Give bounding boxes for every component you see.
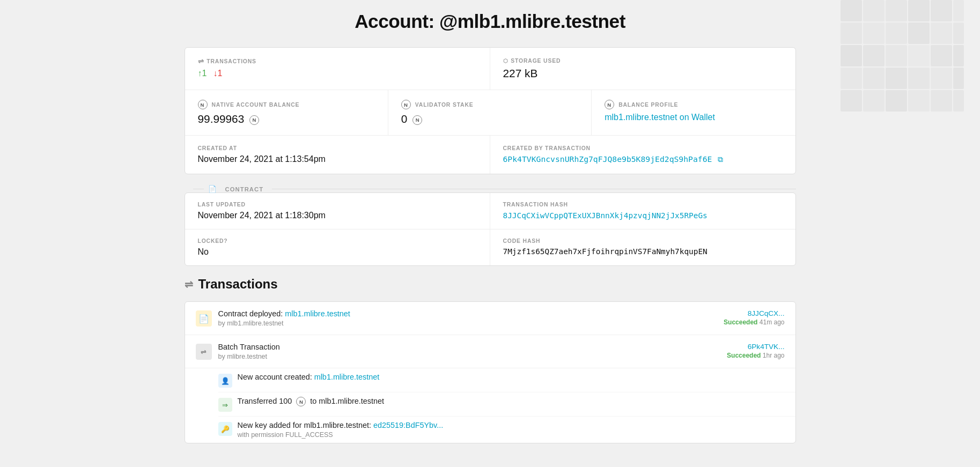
balance-profile-n-icon-label: N (605, 100, 614, 109)
transactions-label: ⇌ TRANSACTIONS (198, 57, 477, 65)
transactions-cell: ⇌ TRANSACTIONS ↑1 ↓1 (185, 48, 490, 90)
created-at-label: CREATED AT (198, 145, 477, 151)
contract-header-line-left (193, 189, 204, 189)
code-hash-label: CODE HASH (503, 238, 783, 244)
contract-row-1: LAST UPDATED November 24, 2021 at 1:18:3… (185, 193, 795, 229)
tx-down-count: ↓1 (213, 69, 222, 78)
decorative-bg-grid (841, 0, 980, 107)
tx-sub-main-transfer: Transferred 100 N to mlb1.mlibre.testnet (238, 397, 384, 406)
storage-label: ⬡ STORAGE USED (503, 57, 783, 64)
tx-icon-contract-deployed: 📄 (196, 310, 212, 327)
tx-arrows: ↑1 ↓1 (198, 69, 477, 78)
created-by-tx-hash[interactable]: 6Pk4TVKGncvsnURhZg7qFJQ8e9b5K89jEd2qS9hP… (503, 154, 712, 164)
page-container: Account: @mlb1.mlibre.testnet ⇌ TRANSACT… (168, 0, 812, 465)
contract-card: LAST UPDATED November 24, 2021 at 1:18:3… (185, 192, 796, 266)
stats-row-1: ⇌ TRANSACTIONS ↑1 ↓1 ⬡ STORAGE USED 227 … (185, 48, 795, 90)
tx-sub-desc-transfer: Transferred 100 N to mlb1.mlibre.testnet (238, 397, 384, 406)
last-updated-label: LAST UPDATED (198, 202, 477, 207)
transactions-section-title: ⇌ Transactions (185, 277, 796, 292)
tx-right-1: 8JJCqCX... Succeeded 41m ago (710, 309, 785, 326)
code-hash-value: 7Mjzf1s65QZ7aeh7xFjfoihrqpinVS7FaNmyh7kq… (503, 247, 783, 256)
n-icon-label: N (198, 100, 208, 109)
contract-header: 📄 CONTRACT (185, 185, 796, 193)
validator-n-icon: N (412, 115, 422, 125)
balance-profile-link[interactable]: mlb1.mlibre.testnet on Wallet (605, 113, 715, 122)
tx-hash-link-2[interactable]: 6Pk4TVK... (710, 343, 785, 351)
storage-used-cell: ⬡ STORAGE USED 227 kB (490, 48, 795, 90)
native-balance-label: N NATIVE ACCOUNT BALANCE (198, 100, 375, 109)
tx-sub-2: by mlibre.testnet (218, 353, 280, 360)
tx-sub-icon-new-account: 👤 (218, 374, 232, 388)
tx-status-2: Succeeded 1hr ago (710, 352, 785, 359)
tx-sub-key-permission: with permission FULL_ACCESS (238, 431, 444, 439)
transactions-icon: ⇌ (198, 57, 204, 65)
tx-item-left-2: ⇌ Batch Transaction by mlibre.testnet (196, 343, 280, 360)
stats-row-3: CREATED AT November 24, 2021 at 1:13:54p… (185, 136, 795, 174)
validator-stake-label: N VALIDATOR STAKE (401, 100, 578, 109)
locked-label: LOCKED? (198, 238, 477, 244)
created-by-tx-cell: CREATED BY TRANSACTION 6Pk4TVKGncvsnURhZ… (490, 136, 795, 174)
native-balance-value: 99.99963 N (198, 113, 375, 125)
native-balance-n-icon: N (249, 115, 259, 125)
tx-sub-main-new-key: New key added for mlb1.mlibre.testnet: e… (238, 421, 444, 429)
contract-icon: 📄 (208, 185, 217, 193)
tx-sub-1: by mlb1.mlibre.testnet (218, 320, 350, 327)
tx-hash-link-1[interactable]: 8JJCqCX... (710, 309, 785, 317)
new-key-link[interactable]: ed25519:BdF5Ybv... (373, 421, 443, 429)
created-at-cell: CREATED AT November 24, 2021 at 1:13:54p… (185, 136, 490, 174)
tx-main-2: Batch Transaction (218, 343, 280, 351)
tx-item-left-1: 📄 Contract deployed: mlb1.mlibre.testnet… (196, 309, 350, 327)
locked-cell: LOCKED? No (185, 229, 490, 265)
copy-tx-hash-icon[interactable]: ⧉ (718, 155, 723, 164)
contract-tx-hash-value: 8JJCqCXiwVCppQTExUXJBnnXkj4pzvqjNN2jJx5R… (503, 211, 783, 220)
created-at-value: November 24, 2021 at 1:13:54pm (198, 154, 477, 164)
tx-main-1: Contract deployed: mlb1.mlibre.testnet (218, 309, 350, 318)
contract-header-label: CONTRACT (221, 186, 268, 192)
account-stats-card: ⇌ TRANSACTIONS ↑1 ↓1 ⬡ STORAGE USED 227 … (185, 47, 796, 174)
storage-value: 227 kB (503, 67, 783, 80)
new-account-link[interactable]: mlb1.mlibre.testnet (314, 373, 380, 381)
tx-up-count: ↑1 (198, 69, 207, 78)
tx-sub-desc-new-account: New account created: mlb1.mlibre.testnet (238, 373, 380, 381)
validator-stake-cell: N VALIDATOR STAKE 0 N (388, 90, 592, 136)
tx-item-contract-deployed: 📄 Contract deployed: mlb1.mlibre.testnet… (185, 302, 795, 335)
tx-desc-1: Contract deployed: mlb1.mlibre.testnet b… (218, 309, 350, 327)
balance-profile-label: N BALANCE PROFILE (605, 100, 782, 109)
transactions-list: 📄 Contract deployed: mlb1.mlibre.testnet… (185, 301, 796, 443)
tx-sub-item-transfer: ⇒ Transferred 100 N to mlb1.mlibre.testn… (218, 392, 795, 417)
locked-value: No (198, 247, 477, 257)
validator-n-icon-label: N (401, 100, 411, 109)
tx-sub-item-new-key: 🔑 New key added for mlb1.mlibre.testnet:… (218, 417, 795, 443)
contract-header-line-right (272, 189, 795, 189)
contract-tx-hash-label: TRANSACTION HASH (503, 202, 783, 207)
tx-contract-deployed-link[interactable]: mlb1.mlibre.testnet (285, 309, 350, 318)
contract-tx-hash-link[interactable]: 8JJCqCXiwVCppQTExUXJBnnXkj4pzvqjNN2jJx5R… (503, 211, 708, 220)
tx-sub-icon-new-key: 🔑 (218, 422, 232, 436)
transfer-n-icon: N (296, 397, 306, 406)
contract-tx-hash-cell: TRANSACTION HASH 8JJCqCXiwVCppQTExUXJBnn… (490, 193, 795, 229)
tx-status-1: Succeeded 41m ago (710, 318, 785, 326)
tx-sub-item-new-account: 👤 New account created: mlb1.mlibre.testn… (218, 368, 795, 392)
tx-item-batch: ⇌ Batch Transaction by mlibre.testnet 6P… (185, 335, 795, 368)
native-balance-cell: N NATIVE ACCOUNT BALANCE 99.99963 N (185, 90, 388, 136)
balance-profile-cell: N BALANCE PROFILE mlb1.mlibre.testnet on… (592, 90, 795, 136)
contract-row-2: LOCKED? No CODE HASH 7Mjzf1s65QZ7aeh7xFj… (185, 229, 795, 265)
tx-sub-items: 👤 New account created: mlb1.mlibre.testn… (185, 368, 795, 443)
last-updated-value: November 24, 2021 at 1:18:30pm (198, 211, 477, 220)
created-by-tx-label: CREATED BY TRANSACTION (503, 145, 783, 151)
storage-icon: ⬡ (503, 57, 509, 64)
last-updated-cell: LAST UPDATED November 24, 2021 at 1:18:3… (185, 193, 490, 229)
tx-sub-main-new-account: New account created: mlb1.mlibre.testnet (238, 373, 380, 381)
contract-section: 📄 CONTRACT LAST UPDATED November 24, 202… (185, 185, 796, 266)
created-by-tx-value: 6Pk4TVKGncvsnURhZg7qFJQ8e9b5K89jEd2qS9hP… (503, 154, 783, 164)
transactions-section-icon: ⇌ (185, 278, 193, 291)
code-hash-cell: CODE HASH 7Mjzf1s65QZ7aeh7xFjfoihrqpinVS… (490, 229, 795, 265)
tx-sub-desc-new-key: New key added for mlb1.mlibre.testnet: e… (238, 421, 444, 439)
validator-stake-value: 0 N (401, 113, 578, 125)
tx-icon-batch: ⇌ (196, 344, 212, 360)
tx-right-2: 6Pk4TVK... Succeeded 1hr ago (710, 343, 785, 359)
tx-sub-icon-transfer: ⇒ (218, 398, 232, 412)
stats-row-2: N NATIVE ACCOUNT BALANCE 99.99963 N N VA… (185, 90, 795, 136)
transactions-section: ⇌ Transactions 📄 Contract deployed: mlb1… (185, 277, 796, 443)
page-title: Account: @mlb1.mlibre.testnet (185, 11, 796, 32)
